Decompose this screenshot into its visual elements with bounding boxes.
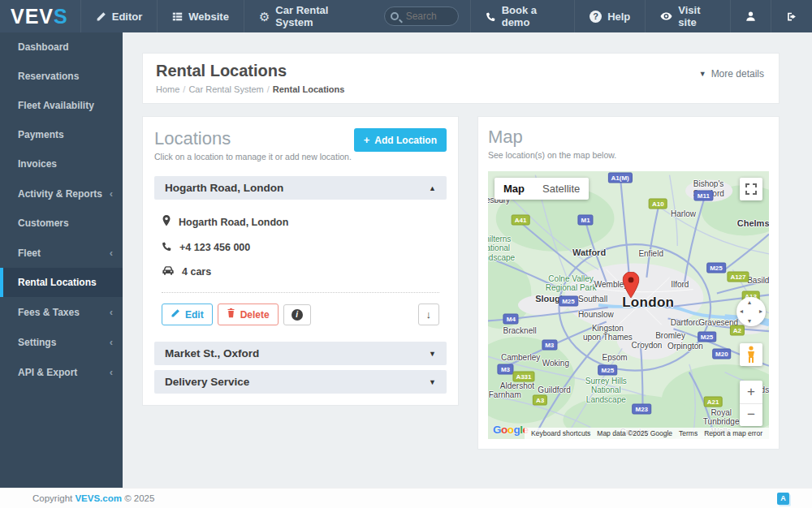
sidebar-item-fleet-availability[interactable]: Fleet Availability: [0, 91, 123, 120]
map-toggle-button[interactable]: Map: [495, 178, 533, 200]
nav-item-help[interactable]: ? Help: [574, 0, 645, 32]
main-content: Rental Locations Home/Car Rental System/…: [123, 32, 812, 488]
sidebar-item-dashboard[interactable]: Dashboard: [0, 32, 123, 62]
zoom-in-button[interactable]: +: [740, 381, 762, 404]
nav-item-car-rental-system[interactable]: ⚙ Car Rental System: [244, 0, 373, 32]
sidebar-item-label: Invoices: [18, 158, 57, 170]
locations-panel: Locations Click on a location to manage …: [142, 116, 459, 406]
sidebar-item-label: Rental Locations: [18, 277, 97, 288]
nav-item-logout[interactable]: [771, 0, 812, 32]
map-type-control: Map Satellite: [495, 178, 589, 200]
page-header: Rental Locations Home/Car Rental System/…: [142, 53, 780, 104]
gear-icon: ⚙: [259, 11, 270, 23]
info-button[interactable]: i: [283, 304, 311, 325]
sidebar-item-fees-taxes[interactable]: Fees & Taxes‹: [0, 297, 123, 327]
location-accordion-header-market-st-oxford[interactable]: Market St., Oxford▼: [154, 342, 447, 365]
attribution-report-a-map-error[interactable]: Report a map error: [701, 429, 766, 437]
map-tiles: [488, 171, 769, 439]
sidebar-item-label: Fees & Taxes: [18, 307, 80, 318]
zoom-out-button[interactable]: −: [740, 404, 762, 427]
nav-label: Help: [607, 11, 630, 23]
location-phone-text: +4 123 456 000: [179, 242, 250, 253]
add-location-button[interactable]: + Add Location: [354, 128, 447, 152]
edit-button[interactable]: Edit: [162, 304, 213, 325]
nav-item-account[interactable]: [730, 0, 771, 32]
move-down-button[interactable]: ↓: [418, 304, 440, 325]
question-icon: ?: [590, 11, 602, 23]
sidebar-item-label: Dashboard: [18, 41, 69, 53]
sidebar-item-payments[interactable]: Payments: [0, 120, 123, 149]
fullscreen-button[interactable]: [740, 178, 762, 200]
sidebar-item-api-export[interactable]: API & Export‹: [0, 357, 123, 387]
locations-panel-subtitle: Click on a location to manage it or add …: [154, 152, 352, 161]
sidebar-item-activity-reports[interactable]: Activity & Reports‹: [0, 179, 123, 209]
locations-accordion-list: Hogarth Road, London▲Hogarth Road, Londo…: [154, 176, 447, 394]
sidebar: DashboardReservationsFleet AvailabilityP…: [0, 32, 123, 488]
top-navbar: VEVS Editor Website ⚙ Car Rental System …: [0, 0, 812, 32]
nav-item-book-a-demo[interactable]: Book a demo: [470, 0, 574, 32]
street-view-pegman[interactable]: [740, 343, 762, 366]
caret-up-icon: ▲: [429, 184, 436, 192]
sidebar-item-rental-locations[interactable]: Rental Locations: [0, 268, 123, 297]
phone-icon: [486, 11, 496, 22]
nav-item-website[interactable]: Website: [157, 0, 244, 32]
pan-down-icon: ▾: [748, 317, 751, 325]
nav-label: Book a demo: [502, 4, 559, 28]
google-logo[interactable]: Google: [493, 424, 529, 436]
chevron-left-icon: ‹: [110, 247, 113, 259]
locations-panel-title: Locations: [154, 128, 352, 149]
location-accordion-header-hogarth-road-london[interactable]: Hogarth Road, London▲: [154, 176, 447, 200]
sign-out-icon: [786, 11, 797, 22]
caret-down-icon: ▼: [429, 378, 436, 386]
location-address-text: Hogarth Road, London: [179, 217, 288, 228]
sidebar-item-label: Settings: [18, 337, 56, 348]
chevron-left-icon: ‹: [110, 366, 113, 378]
pan-control[interactable]: ▴ ▾ ◂ ▸: [736, 297, 766, 326]
nav-label: Editor: [112, 11, 143, 23]
location-phone: +4 123 456 000: [162, 235, 439, 260]
location-address: Hogarth Road, London: [162, 209, 439, 235]
sidebar-item-label: Fleet: [18, 248, 41, 259]
vevs-link[interactable]: VEVS.com: [75, 493, 122, 503]
location-marker[interactable]: [622, 272, 639, 301]
breadcrumb: Home/Car Rental System/Rental Locations: [156, 84, 344, 94]
edit-label: Edit: [185, 309, 204, 321]
arrow-down-icon: ↓: [426, 308, 432, 321]
satellite-toggle-button[interactable]: Satellite: [533, 178, 589, 200]
nav-item-editor[interactable]: Editor: [80, 0, 158, 32]
attribution-keyboard-shortcuts[interactable]: Keyboard shortcuts: [528, 429, 594, 437]
attribution-map-data-2025-google: Map data ©2025 Google: [594, 429, 676, 437]
breadcrumb-home[interactable]: Home: [156, 84, 179, 94]
caret-down-icon: ▼: [429, 350, 436, 358]
translate-icon[interactable]: A: [777, 493, 789, 505]
attribution-terms[interactable]: Terms: [676, 429, 701, 437]
sidebar-item-label: Customers: [18, 217, 69, 229]
sidebar-item-invoices[interactable]: Invoices: [0, 149, 123, 179]
logo-text: VEV: [11, 5, 54, 28]
sidebar-item-reservations[interactable]: Reservations: [0, 62, 123, 91]
sidebar-item-label: Activity & Reports: [18, 188, 102, 200]
pencil-icon: [96, 11, 106, 22]
sidebar-item-fleet[interactable]: Fleet‹: [0, 238, 123, 268]
list-icon: [172, 11, 183, 22]
phone-icon: [162, 241, 172, 254]
location-cars: 4 cars: [162, 260, 439, 284]
search-icon: [391, 12, 399, 20]
sidebar-item-settings[interactable]: Settings‹: [0, 327, 123, 357]
location-actions: EditDeletei↓: [162, 304, 439, 325]
eye-icon: [660, 11, 672, 21]
fullscreen-icon: [745, 183, 757, 195]
sidebar-item-label: Reservations: [18, 71, 79, 82]
location-accordion-header-delivery-service[interactable]: Delivery Service▼: [154, 370, 447, 394]
user-icon: [745, 11, 756, 22]
location-name: Market St., Oxford: [165, 347, 259, 359]
nav-label: Visit site: [678, 4, 715, 28]
delete-button[interactable]: Delete: [218, 304, 279, 325]
google-map[interactable]: AylesburyBishop's StortfordHarlowChelmsf…: [488, 171, 769, 439]
vevs-logo[interactable]: VEVS: [0, 0, 80, 32]
breadcrumb-car-rental-system[interactable]: Car Rental System: [188, 84, 263, 94]
more-details-button[interactable]: ▼ More details: [699, 68, 764, 80]
nav-item-visit-site[interactable]: Visit site: [645, 0, 730, 32]
sidebar-item-customers[interactable]: Customers: [0, 209, 123, 238]
sidebar-item-label: Payments: [18, 129, 64, 140]
